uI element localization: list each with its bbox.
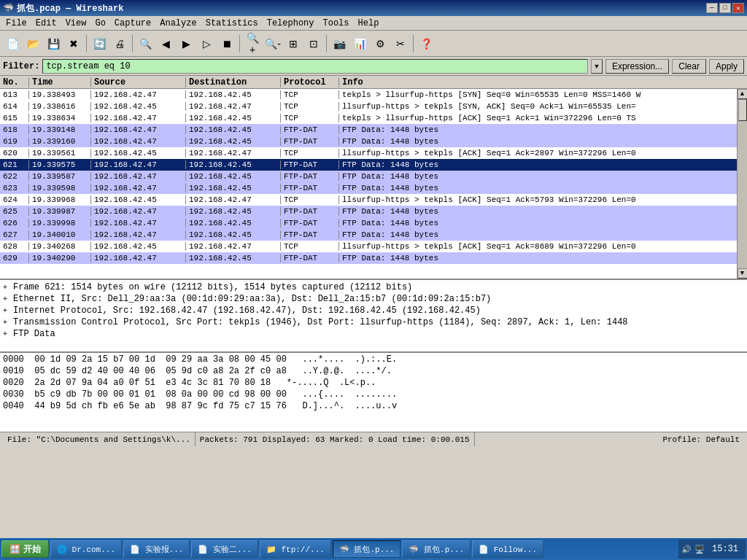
close-button[interactable]: ✕ [732,3,744,13]
menu-capture[interactable]: Capture [110,17,155,30]
tb-prev[interactable]: ◀ [156,34,175,53]
hex-pane: 0000 00 1d 09 2a 15 b7 00 1d 09 29 aa 3a… [0,353,747,432]
taskbar-item-pcap1[interactable]: 🦈 抓包.p... [333,540,401,558]
apply-button[interactable]: Apply [709,59,744,74]
tb-cap1[interactable]: 📷 [330,34,349,53]
packet-destination: 192.168.42.45 [186,90,281,99]
tb-zoom-out[interactable]: 🔍- [263,34,282,53]
table-row[interactable]: 62819.340268192.168.42.45192.168.42.47TC… [0,241,747,252]
filter-input[interactable] [42,59,587,74]
decode-text: FTP Data [13,329,744,339]
titlebar-controls[interactable]: ─ □ ✕ [706,3,744,13]
tb-find[interactable]: 🔍 [136,34,155,53]
tb-close[interactable]: ✖ [64,34,83,53]
col-header-info: Info [339,77,747,88]
table-row[interactable]: 61419.338616192.168.42.45192.168.42.47TC… [0,101,747,112]
packet-destination: 192.168.42.45 [186,125,281,134]
expand-icon[interactable]: + [3,295,13,303]
taskbar-item-ftp[interactable]: 📁 ftp://... [260,540,331,558]
expression-button[interactable]: Expression... [605,59,669,74]
scroll-thumb[interactable] [738,99,747,121]
tb-cap3[interactable]: ⚙ [371,34,390,53]
table-row[interactable]: 61519.338634192.168.42.47192.168.42.45TC… [0,112,747,124]
packet-no: 627 [0,230,29,239]
expand-icon[interactable]: + [3,284,13,292]
menu-statistics[interactable]: Statistics [201,17,263,30]
scroll-up-arrow[interactable]: ▲ [738,89,748,99]
packet-protocol: FTP-DAT [281,172,339,181]
packet-destination: 192.168.42.47 [186,102,281,111]
tb-reload[interactable]: 🔄 [90,34,109,53]
menu-analyze[interactable]: Analyze [155,17,201,30]
table-row[interactable]: 62419.339968192.168.42.45192.168.42.47TC… [0,194,747,206]
expand-icon[interactable]: + [3,307,13,315]
tb-zoom-in[interactable]: 🔍+ [243,34,262,53]
packet-protocol: TCP [281,102,339,111]
packet-source: 192.168.42.45 [91,195,186,204]
tb-help[interactable]: ❓ [417,34,436,53]
taskbar-item-pcap2[interactable]: 🦈 抓包.p... [402,540,471,558]
table-row[interactable]: 62919.340290192.168.42.47192.168.42.45FT… [0,252,747,264]
decode-row[interactable]: +Ethernet II, Src: Dell_29:aa:3a (00:1d:… [3,293,744,305]
hex-row: 0040 44 b9 5d ch fb e6 5e ab 98 87 9c fd… [3,401,744,413]
menu-view[interactable]: View [61,17,91,30]
packet-source: 192.168.42.47 [91,184,186,192]
decode-row[interactable]: +Internet Protocol, Src: 192.168.42.47 (… [3,305,744,316]
tb-new[interactable]: 📄 [3,34,22,53]
table-row[interactable]: 62619.339998192.168.42.47192.168.42.45FT… [0,217,747,229]
decode-row[interactable]: +FTP Data [3,328,744,340]
decode-row[interactable]: +Frame 621: 1514 bytes on wire (12112 bi… [3,281,744,293]
tb-open[interactable]: 📂 [23,34,42,53]
scroll-down-arrow[interactable]: ▼ [738,268,748,279]
start-button[interactable]: 🪟 开始 [1,540,49,558]
tb-next[interactable]: ▶ [177,34,196,53]
packet-time: 19.340268 [29,242,91,251]
tb-normal[interactable]: ⊞ [284,34,303,53]
packet-no: 621 [0,160,29,169]
tb-print[interactable]: 🖨 [110,34,129,53]
taskbar-item-follow[interactable]: 📄 Follow... [472,540,543,558]
tb-cap4[interactable]: ✂ [391,34,410,53]
packet-time: 19.339598 [29,184,91,192]
packet-destination: 192.168.42.45 [186,207,281,216]
menu-go[interactable]: Go [90,17,109,30]
menu-telephony[interactable]: Telephony [263,17,319,30]
table-row[interactable]: 61319.338493192.168.42.47192.168.42.45TC… [0,89,747,101]
menu-tools[interactable]: Tools [319,17,354,30]
status-file: File: "C:\Documents and Settings\k\... [3,432,196,446]
table-row[interactable]: 62319.339598192.168.42.47192.168.42.45FT… [0,182,747,194]
taskbar-item-lab[interactable]: 📄 实验报... [123,540,190,558]
menu-help[interactable]: Help [354,17,384,30]
tb-go[interactable]: ▷ [197,34,216,53]
packet-no: 618 [0,125,29,134]
filter-dropdown[interactable]: ▼ [591,59,603,74]
table-row[interactable]: 62719.340010192.168.42.47192.168.42.45FT… [0,229,747,241]
packet-info: llsurfup-https > tekpls [ACK] Seq=1 Ack=… [339,149,747,158]
taskbar-item-lab2[interactable]: 📄 实验二... [191,540,258,558]
table-row[interactable]: 62019.339561192.168.42.45192.168.42.47TC… [0,147,747,159]
table-row[interactable]: 62119.339575192.168.42.47192.168.42.45FT… [0,159,747,171]
packet-destination: 192.168.42.47 [186,242,281,251]
menu-edit[interactable]: Edit [31,17,61,30]
scroll-track[interactable] [738,99,747,268]
tb-sep1 [86,35,87,52]
decode-row[interactable]: +Transmission Control Protocol, Src Port… [3,316,744,328]
menu-file[interactable]: File [1,17,31,30]
expand-icon[interactable]: + [3,319,13,327]
packet-no: 625 [0,207,29,216]
taskbar-item-drcom[interactable]: 🌐 Dr.com... [50,540,122,558]
maximize-button[interactable]: □ [719,3,731,13]
table-row[interactable]: 62219.339587192.168.42.47192.168.42.45FT… [0,171,747,182]
table-row[interactable]: 61919.339160192.168.42.47192.168.42.45FT… [0,136,747,147]
minimize-button[interactable]: ─ [706,3,718,13]
tb-cap2[interactable]: 📊 [350,34,369,53]
packet-list-scrollbar[interactable]: ▲ ▼ [737,89,747,279]
tb-resize[interactable]: ⊡ [304,34,323,53]
packet-source: 192.168.42.47 [91,230,186,239]
table-row[interactable]: 61819.339148192.168.42.47192.168.42.45FT… [0,124,747,136]
table-row[interactable]: 62519.339987192.168.42.47192.168.42.45FT… [0,206,747,217]
tb-stop[interactable]: ⏹ [217,34,236,53]
clear-button[interactable]: Clear [672,59,706,74]
tb-save[interactable]: 💾 [44,34,63,53]
expand-icon[interactable]: + [3,330,13,338]
